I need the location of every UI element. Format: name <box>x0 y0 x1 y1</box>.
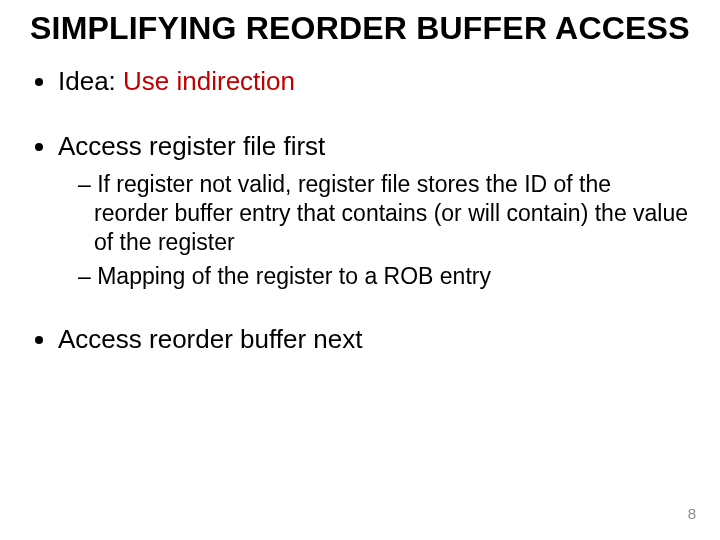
bullet-access-regfile: Access register file first If register n… <box>58 130 690 292</box>
sub-bullet-regfile-id: If register not valid, register file sto… <box>78 170 690 256</box>
bullet-list: Idea: Use indirection Access register fi… <box>30 65 690 356</box>
bullet-access-regfile-text: Access register file first <box>58 131 325 161</box>
bullet-idea-prefix: Idea: <box>58 66 123 96</box>
sub-bullet-mapping: Mapping of the register to a ROB entry <box>78 262 690 291</box>
slide: SIMPLIFYING REORDER BUFFER ACCESS Idea: … <box>0 0 720 540</box>
sub-bullet-list: If register not valid, register file sto… <box>58 170 690 291</box>
slide-title: SIMPLIFYING REORDER BUFFER ACCESS <box>30 10 690 47</box>
page-number: 8 <box>688 505 696 522</box>
bullet-access-rob: Access reorder buffer next <box>58 323 690 356</box>
bullet-idea-highlight: Use indirection <box>123 66 295 96</box>
bullet-idea: Idea: Use indirection <box>58 65 690 98</box>
